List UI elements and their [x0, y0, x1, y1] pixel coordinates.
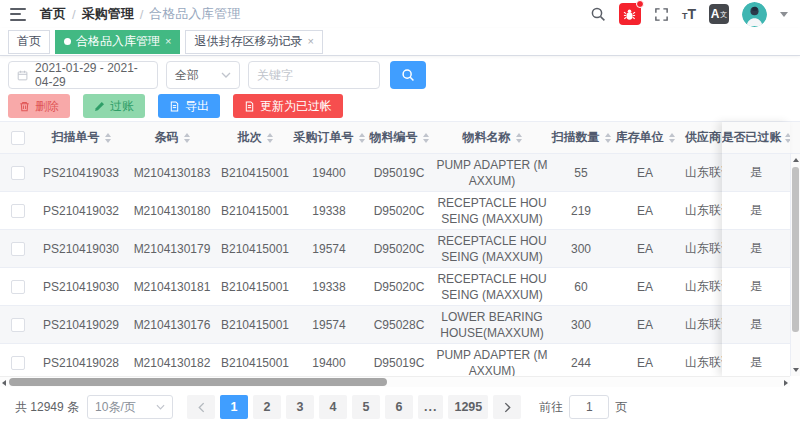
export-button[interactable]: 导出 [158, 94, 220, 118]
column-header-batch[interactable]: 批次 [217, 122, 293, 153]
page-button-6[interactable]: 6 [385, 395, 413, 419]
sort-desc-icon[interactable] [267, 139, 273, 143]
sort-desc-icon[interactable] [105, 139, 111, 143]
page-button-2[interactable]: 2 [253, 395, 281, 419]
next-page-button[interactable] [493, 395, 521, 419]
keyword-input[interactable]: 关键字 [248, 61, 380, 89]
sort-carets-icon[interactable] [516, 133, 522, 143]
table-row[interactable]: PS210419033M2104130183B21041500119400D95… [0, 154, 790, 192]
page-button-4[interactable]: 4 [319, 395, 347, 419]
column-header-posted[interactable]: 是否已过账 [722, 122, 790, 154]
search-button[interactable] [390, 61, 426, 89]
page-size-select[interactable]: 10条/页 [87, 395, 173, 419]
language-icon[interactable]: A文 [709, 4, 729, 24]
post-button[interactable]: 过账 [83, 94, 145, 118]
column-header-po_no[interactable]: 采购订单号 [293, 122, 365, 153]
breadcrumb-item-purchase[interactable]: 采购管理 [82, 5, 134, 23]
sort-asc-icon[interactable] [423, 133, 429, 137]
sort-asc-icon[interactable] [669, 133, 675, 137]
chevron-down-icon[interactable] [780, 12, 788, 21]
search-icon[interactable] [590, 6, 606, 22]
cell-mat_name: PUMP ADAPTER (MAXXUM) [433, 154, 551, 191]
more-pages-icon[interactable]: ... [418, 395, 443, 419]
close-icon[interactable]: × [165, 36, 171, 47]
scroll-up-icon[interactable] [793, 158, 799, 162]
select-all-checkbox[interactable] [11, 131, 25, 145]
sort-carets-icon[interactable] [267, 133, 273, 143]
row-checkbox[interactable] [11, 242, 25, 256]
table-row[interactable]: PS210419030M2104130181B21041500119338D95… [0, 268, 790, 306]
sort-carets-icon[interactable] [359, 133, 365, 143]
page-button-3[interactable]: 3 [286, 395, 314, 419]
row-checkbox[interactable] [11, 204, 25, 218]
tab-home[interactable]: 首页 [8, 30, 50, 54]
page-button-1[interactable]: 1 [220, 395, 248, 419]
cell-unit: EA [611, 306, 679, 343]
prev-page-button[interactable] [187, 395, 215, 419]
row-checkbox[interactable] [11, 356, 25, 370]
scroll-left-icon[interactable] [2, 380, 6, 386]
sort-carets-icon[interactable] [184, 133, 190, 143]
active-dot-icon [64, 38, 71, 45]
sort-carets-icon[interactable] [669, 133, 675, 143]
sort-asc-icon[interactable] [105, 133, 111, 137]
column-header-barcode[interactable]: 条码 [127, 122, 217, 153]
sort-desc-icon[interactable] [184, 139, 190, 143]
sort-desc-icon[interactable] [359, 139, 365, 143]
row-checkbox[interactable] [11, 280, 25, 294]
type-select[interactable]: 全部 [166, 61, 240, 89]
row-checkbox[interactable] [11, 318, 25, 332]
sort-asc-icon[interactable] [785, 133, 791, 137]
sort-carets-icon[interactable] [105, 133, 111, 143]
sort-carets-icon[interactable] [605, 133, 611, 143]
sort-desc-icon[interactable] [423, 139, 429, 143]
vertical-scroll-thumb[interactable] [792, 167, 799, 332]
cell-posted: 是 [722, 192, 790, 230]
sort-asc-icon[interactable] [605, 133, 611, 137]
scroll-down-icon[interactable] [793, 368, 799, 372]
table-row[interactable]: PS210419032M2104130180B21041500119338D95… [0, 192, 790, 230]
cell-po_no: 19338 [293, 192, 365, 229]
vertical-scrollbar[interactable] [790, 154, 800, 376]
cell-po_no: 19574 [293, 306, 365, 343]
column-header-check[interactable] [0, 122, 35, 153]
sort-asc-icon[interactable] [267, 133, 273, 137]
bug-report-icon[interactable] [619, 3, 641, 25]
column-header-mat_no[interactable]: 物料编号 [365, 122, 433, 153]
column-header-unit[interactable]: 库存单位 [611, 122, 679, 153]
sort-asc-icon[interactable] [184, 133, 190, 137]
sort-asc-icon[interactable] [516, 133, 522, 137]
avatar[interactable] [742, 2, 767, 27]
sort-desc-icon[interactable] [669, 139, 675, 143]
tab-sealed-move-record[interactable]: 退供封存区移动记录 × [185, 30, 322, 54]
table-row[interactable]: PS210419029M2104130176B21041500119574C95… [0, 306, 790, 344]
scroll-right-icon[interactable] [784, 380, 788, 386]
tab-qualified-inbound[interactable]: 合格品入库管理 × [55, 30, 180, 54]
page-button-last[interactable]: 1295 [448, 395, 488, 419]
page-button-5[interactable]: 5 [352, 395, 380, 419]
sort-carets-icon[interactable] [785, 133, 791, 143]
column-header-mat_name[interactable]: 物料名称 [433, 122, 551, 153]
close-icon[interactable]: × [307, 36, 313, 47]
sort-desc-icon[interactable] [605, 139, 611, 143]
sort-asc-icon[interactable] [359, 133, 365, 137]
column-header-scan_no[interactable]: 扫描单号 [35, 122, 127, 153]
breadcrumb-item-home[interactable]: 首页 [40, 5, 66, 23]
goto-page-input[interactable] [569, 395, 609, 419]
cell-posted: 是 [722, 230, 790, 268]
update-posted-button[interactable]: 更新为已过帐 [233, 94, 343, 118]
fullscreen-icon[interactable] [654, 7, 669, 22]
row-checkbox[interactable] [11, 166, 25, 180]
sort-carets-icon[interactable] [423, 133, 429, 143]
menu-fold-icon[interactable] [10, 8, 26, 21]
horizontal-scroll-thumb[interactable] [9, 378, 387, 386]
delete-button[interactable]: 删除 [8, 94, 70, 118]
table-row[interactable]: PS210419030M2104130179B21041500119574D95… [0, 230, 790, 268]
date-range-input[interactable]: 2021-01-29 - 2021-04-29 [8, 61, 158, 89]
font-size-icon[interactable]: TT [682, 7, 696, 21]
sort-desc-icon[interactable] [516, 139, 522, 143]
table-row[interactable]: PS210419028M2104130182B21041500119400D95… [0, 344, 790, 376]
column-header-qty[interactable]: 扫描数量 [551, 122, 611, 153]
horizontal-scrollbar[interactable] [0, 376, 790, 387]
sort-desc-icon[interactable] [785, 139, 791, 143]
